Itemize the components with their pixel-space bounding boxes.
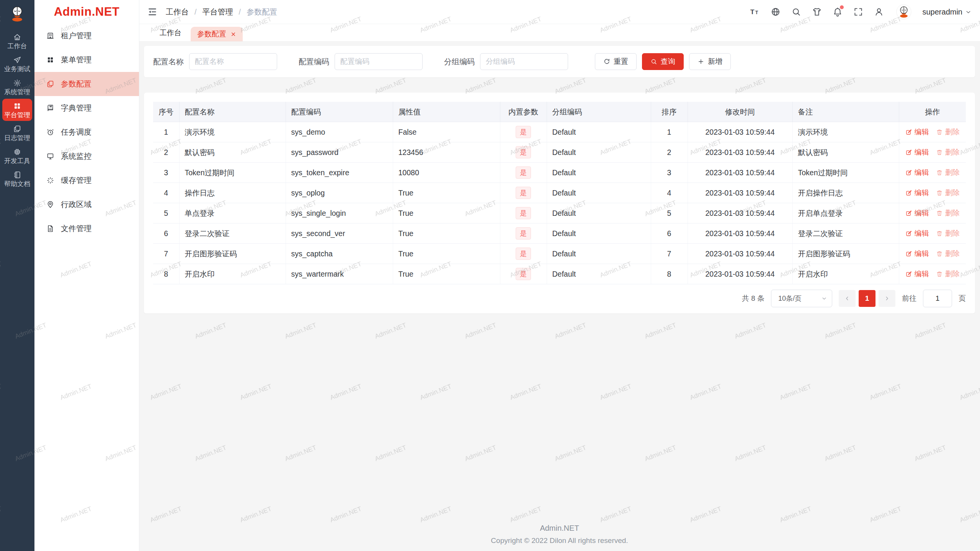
- table-row: 2默认密码sys_password123456是Default22023-01-…: [153, 142, 966, 163]
- page-number-1[interactable]: 1: [859, 290, 875, 307]
- menu-fold-icon[interactable]: [147, 7, 157, 17]
- sidebar-item-label: 租户管理: [61, 31, 91, 41]
- sidebar-item-task-schedule[interactable]: 任务调度: [34, 120, 139, 144]
- sidebar-item-file-mgmt[interactable]: 文件管理: [34, 217, 139, 241]
- brand-title: Admin.NET: [34, 0, 139, 24]
- grid-icon: [13, 102, 21, 110]
- sidebar-item-cache-mgmt[interactable]: 缓存管理: [34, 168, 139, 192]
- sidebar-item-param-config[interactable]: 参数配置: [34, 72, 139, 96]
- column-header: 配置名称: [179, 102, 286, 122]
- language-icon[interactable]: [771, 7, 781, 17]
- edit-button[interactable]: 编辑: [905, 188, 929, 198]
- delete-button[interactable]: 删除: [936, 188, 960, 198]
- delete-button[interactable]: 删除: [936, 127, 960, 137]
- edit-button[interactable]: 编辑: [905, 127, 929, 137]
- table-row: 3Token过期时间sys_token_expire10080是Default3…: [153, 163, 966, 183]
- value-cell: True: [393, 223, 500, 244]
- builtin-tag: 是: [516, 227, 531, 240]
- time-cell: 2023-01-03 10:59:44: [688, 203, 792, 223]
- search-icon[interactable]: [791, 7, 801, 17]
- sidebar-item-system-monitor[interactable]: 系统监控: [34, 144, 139, 168]
- rail-item-workbench[interactable]: 工作台: [2, 30, 32, 52]
- code-cell: sys_token_expire: [286, 163, 393, 183]
- group-cell: Default: [547, 183, 651, 203]
- svg-text:T: T: [756, 10, 759, 15]
- rail-item-label: 日志管理: [4, 135, 30, 141]
- footer-copyright: Copyright © 2022 Dilon All rights reserv…: [139, 536, 980, 545]
- filter-label: 配置名称: [153, 57, 184, 67]
- delete-button[interactable]: 删除: [936, 168, 960, 178]
- ops-cell: 编辑删除: [899, 122, 966, 142]
- rail-item-label: 工作台: [8, 43, 27, 49]
- rail-item-system-mgmt[interactable]: 系统管理: [2, 76, 32, 98]
- goto-page-input[interactable]: [923, 290, 952, 307]
- prev-page-button[interactable]: [839, 290, 856, 307]
- index-cell: 2: [153, 142, 179, 163]
- filter-group-config-name: 配置名称: [153, 53, 277, 70]
- delete-button[interactable]: 删除: [936, 208, 960, 218]
- sidebar-item-dict-mgmt[interactable]: 字典管理: [34, 96, 139, 120]
- sidebar-item-menu-mgmt[interactable]: 菜单管理: [34, 48, 139, 72]
- next-page-button[interactable]: [879, 290, 895, 307]
- builtin-tag: 是: [516, 126, 531, 139]
- sidebar-item-label: 字典管理: [61, 103, 91, 113]
- column-header: 修改时间: [688, 102, 792, 122]
- name-cell: 登录二次验证: [179, 223, 286, 244]
- rail-item-label: 开发工具: [4, 158, 30, 164]
- builtin-tag: 是: [516, 268, 531, 280]
- edit-button[interactable]: 编辑: [905, 228, 929, 238]
- remark-cell: 开启水印: [792, 264, 899, 284]
- search-icon: [650, 58, 657, 65]
- user-menu[interactable]: superadmin: [922, 8, 972, 16]
- edit-button[interactable]: 编辑: [905, 147, 929, 157]
- copies-icon: [13, 125, 21, 133]
- sidebar-item-label: 系统监控: [61, 151, 91, 161]
- reset-button[interactable]: 重置: [595, 53, 637, 70]
- time-cell: 2023-01-03 10:59:44: [688, 223, 792, 244]
- config-name-input[interactable]: [189, 53, 277, 70]
- delete-button[interactable]: 删除: [936, 249, 960, 259]
- home-icon: [13, 33, 21, 41]
- pagination: 共 8 条 10条/页 1 前往: [153, 290, 966, 307]
- sidebar-item-tenant-mgmt[interactable]: 租户管理: [34, 24, 139, 48]
- delete-button[interactable]: 删除: [936, 228, 960, 238]
- sidebar-item-admin-region[interactable]: 行政区域: [34, 192, 139, 217]
- rail-item-platform-mgmt[interactable]: 平台管理: [2, 99, 32, 121]
- edit-button[interactable]: 编辑: [905, 249, 929, 259]
- theme-icon[interactable]: [812, 7, 822, 17]
- tab-param-config[interactable]: 参数配置: [191, 27, 243, 41]
- remark-cell: 演示环境: [792, 122, 899, 142]
- profile-icon[interactable]: [874, 7, 884, 17]
- search-button[interactable]: 查询: [642, 53, 684, 70]
- delete-button[interactable]: 删除: [936, 269, 960, 279]
- edit-button[interactable]: 编辑: [905, 208, 929, 218]
- breadcrumb-item[interactable]: 工作台: [166, 7, 189, 17]
- notification-icon[interactable]: [833, 7, 843, 17]
- add-button[interactable]: 新增: [689, 53, 731, 70]
- rail-item-help-docs[interactable]: 帮助文档: [2, 168, 32, 190]
- close-icon[interactable]: [230, 31, 236, 37]
- remark-cell: 登录二次验证: [792, 223, 899, 244]
- edit-button[interactable]: 编辑: [905, 269, 929, 279]
- edit-button[interactable]: 编辑: [905, 168, 929, 178]
- font-size-icon[interactable]: TT: [750, 7, 760, 17]
- ops-cell: 编辑删除: [899, 203, 966, 223]
- topbar-actions: TT superadmin: [750, 4, 972, 20]
- rail-item-dev-tools[interactable]: 开发工具: [2, 145, 32, 167]
- index-cell: 3: [153, 163, 179, 183]
- sort-cell: 2: [651, 142, 688, 163]
- page-size-select[interactable]: 10条/页: [771, 290, 832, 307]
- app-logo[interactable]: [8, 2, 26, 26]
- fullscreen-icon[interactable]: [853, 7, 863, 17]
- breadcrumb-item[interactable]: 平台管理: [203, 7, 233, 17]
- config-code-input[interactable]: [335, 53, 423, 70]
- delete-button[interactable]: 删除: [936, 147, 960, 157]
- ops-cell: 编辑删除: [899, 223, 966, 244]
- rail-item-log-mgmt[interactable]: 日志管理: [2, 122, 32, 144]
- tab-workbench[interactable]: 工作台: [154, 24, 187, 41]
- rail-item-business-test[interactable]: 业务测试: [2, 53, 32, 75]
- value-cell: False: [393, 122, 500, 142]
- rail-item-label: 帮助文档: [4, 181, 30, 187]
- group-code-input[interactable]: [480, 53, 568, 70]
- avatar[interactable]: [896, 4, 911, 20]
